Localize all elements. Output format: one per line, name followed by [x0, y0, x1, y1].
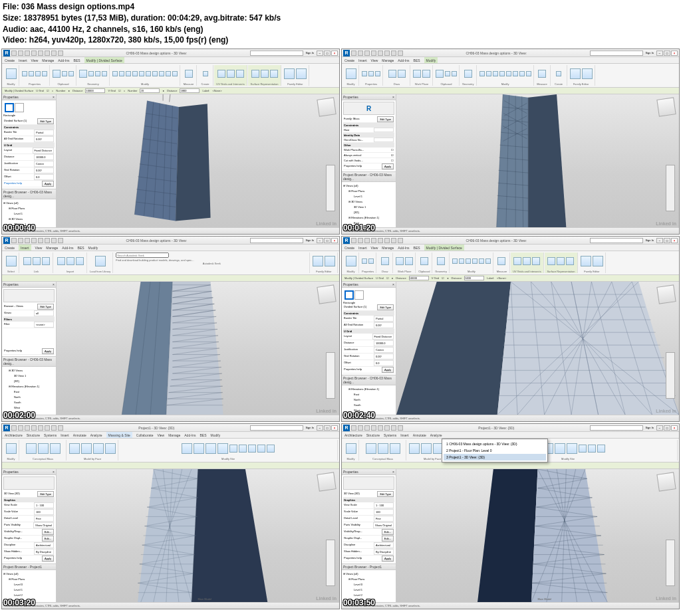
- tab-modify-divided: Modify | Divided Surface: [84, 57, 124, 63]
- audio-info: aac, 44100 Hz, 2 channels, s16, 160 kb/s…: [30, 25, 203, 34]
- thumbnail-5: R Project1 - 3D View: {3D} Sign In −□× A…: [1, 423, 340, 609]
- recent-files-dropdown[interactable]: 1 CH06-03 Mass design options - 3D View:…: [442, 439, 548, 462]
- modify-icon: [6, 68, 17, 79]
- revit-logo-icon: R: [3, 50, 10, 56]
- apply-button[interactable]: Apply: [42, 181, 54, 187]
- close-icon[interactable]: ×: [331, 51, 338, 56]
- svg-line-17: [170, 94, 172, 102]
- signin-link[interactable]: Sign In: [306, 51, 314, 54]
- viewcube[interactable]: [317, 98, 336, 117]
- titlebar: R CH06-03 Mass design options - 3D View:…: [2, 49, 339, 57]
- ribbon[interactable]: Modify Properties Clipboard Geometry Mod…: [2, 64, 339, 88]
- recent-item: 1 CH06-03 Mass design options - 3D View:…: [444, 441, 546, 447]
- svg-marker-20: [122, 282, 172, 415]
- 3d-viewport[interactable]: [57, 94, 339, 227]
- svg-marker-30: [477, 469, 537, 602]
- recent-item-selected: 3 Project1 - 3D View: {3D}: [444, 454, 546, 461]
- sidebar: Properties× Rectangle Divided Surface (1…: [2, 94, 57, 227]
- svg-marker-18: [497, 94, 529, 227]
- browser-header: Project Browser - CH06-03 Mass desig...: [2, 189, 56, 199]
- thumbnail-3: R CH06-03 Mass design options - 3D View:…: [1, 236, 340, 422]
- svg-marker-1: [176, 104, 210, 221]
- thumbnail-6: R Project1 - 3D View: {3D} Sign In −□× A…: [341, 423, 680, 609]
- thumbnail-2: R CH06-03 Mass design options - 3D View:…: [341, 49, 680, 235]
- minimize-icon[interactable]: −: [317, 51, 323, 56]
- video-info: h264, yuv420p, 1280x720, 380 kb/s, 15,00…: [29, 35, 229, 45]
- maximize-icon[interactable]: □: [324, 51, 331, 56]
- thumbnail-1: R CH06-03 Mass design options - 3D View:…: [1, 49, 340, 235]
- svg-marker-26: [396, 282, 511, 415]
- watermark: Linked in: [316, 221, 337, 226]
- search-input[interactable]: [250, 51, 303, 56]
- edit-type-button[interactable]: Edit Type: [37, 118, 54, 124]
- thumbnail-4: R CH06-03 Mass design options - 3D View:…: [341, 236, 680, 422]
- file-name: 036 Mass design options.mp4: [21, 2, 134, 11]
- window-title: CH06-03 Mass design options - 3D View:: [63, 51, 250, 55]
- tab-massing: Massing & Site: [106, 432, 132, 438]
- menubar[interactable]: CreateInsertViewManageAdd-InsBESModify |…: [2, 57, 339, 64]
- svg-marker-29: [192, 469, 267, 602]
- file-size: 18378951 bytes (17,53 MiB), duration: 00…: [23, 13, 281, 23]
- load-into-project-icon: [284, 68, 295, 79]
- thumbnail-grid: R CH06-03 Mass design options - 3D View:…: [0, 47, 681, 611]
- file-info-header: File: 036 Mass design options.mp4 Size: …: [0, 0, 681, 47]
- properties-header: Properties×: [2, 94, 56, 100]
- quick-access-toolbar[interactable]: [11, 51, 63, 56]
- 3d-viewport[interactable]: [396, 94, 679, 227]
- recent-item: 2 Project1 - Floor Plan: Level 0: [444, 447, 546, 454]
- timestamp: 00:00:40: [3, 223, 35, 233]
- svg-marker-19: [528, 94, 566, 227]
- options-bar[interactable]: Modify | Divided Surface U Grid☑ ○Number…: [2, 88, 339, 94]
- distance-input: [85, 88, 105, 93]
- statusbar: Click to select, TAB for alternates, CTR…: [2, 227, 339, 234]
- nav-bar[interactable]: [326, 165, 335, 211]
